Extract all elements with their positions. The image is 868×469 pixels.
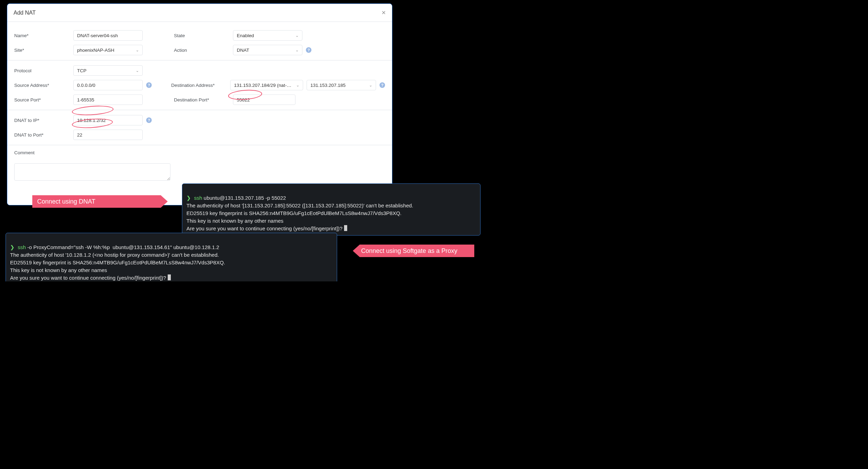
prompt-icon: ❯ xyxy=(10,244,15,250)
banner-dnat-label: Connect using DNAT xyxy=(37,198,95,205)
close-icon[interactable]: × xyxy=(382,9,386,17)
state-select[interactable]: Enabled ⌄ xyxy=(233,30,302,41)
dest-ip-value: 131.153.207.185 xyxy=(310,83,345,88)
cursor-icon xyxy=(168,274,171,280)
label-action: Action xyxy=(174,48,229,53)
term-line: This key is not known by any other names xyxy=(186,218,283,224)
term-line: Are you sure you want to continue connec… xyxy=(10,275,168,281)
banner-proxy-label: Connect using Softgate as a Proxy xyxy=(361,247,457,255)
label-dst-port: Destination Port* xyxy=(174,97,229,102)
term-line: Are you sure you want to continue connec… xyxy=(186,225,344,231)
chevron-down-icon: ⌄ xyxy=(296,83,299,88)
dest-subnet-value: 131.153.207.184/29 (nat-su… xyxy=(234,83,293,88)
label-comment: Comment xyxy=(14,150,70,155)
label-state: State xyxy=(174,33,229,38)
state-value: Enabled xyxy=(237,33,254,38)
chevron-down-icon: ⌄ xyxy=(369,83,372,88)
term-line: This key is not known by any other names xyxy=(10,267,107,273)
terminal-proxy: ❯ ssh -o ProxyCommand="ssh -W %h:%p ubun… xyxy=(6,233,337,281)
protocol-select[interactable]: TCP ⌄ xyxy=(73,65,143,76)
dialog-title: Add NAT xyxy=(14,10,36,16)
banner-dnat: Connect using DNAT xyxy=(32,195,168,208)
term-cmd: ssh xyxy=(194,195,202,201)
label-dnat-port: DNAT to Port* xyxy=(14,132,70,138)
label-protocol: Protocol xyxy=(14,68,70,73)
term-args: -o ProxyCommand="ssh -W %h:%p ubuntu@131… xyxy=(26,244,219,250)
chevron-down-icon: ⌄ xyxy=(136,68,139,73)
term-line: The authenticity of host '[131.153.207.1… xyxy=(186,203,413,208)
help-icon[interactable]: ? xyxy=(146,117,152,123)
name-input[interactable] xyxy=(73,30,143,41)
label-name: Name* xyxy=(14,33,70,38)
prompt-icon: ❯ xyxy=(186,195,191,201)
protocol-value: TCP xyxy=(77,68,86,73)
label-site: Site* xyxy=(14,48,70,53)
chevron-down-icon: ⌄ xyxy=(136,48,139,52)
banner-proxy: Connect using Softgate as a Proxy xyxy=(353,245,474,257)
chevron-down-icon: ⌄ xyxy=(295,33,299,38)
dest-address-ip-select[interactable]: 131.153.207.185 ⌄ xyxy=(307,80,376,90)
source-port-input[interactable] xyxy=(73,94,143,105)
destination-port-input[interactable] xyxy=(233,94,295,105)
term-line: ED25519 key fingerprint is SHA256:n4MTB9… xyxy=(186,210,401,216)
help-icon[interactable]: ? xyxy=(306,47,311,53)
help-icon[interactable]: ? xyxy=(146,82,152,88)
label-src-addr: Source Address* xyxy=(14,83,70,88)
dnat-to-ip-input[interactable] xyxy=(73,115,143,125)
label-dst-addr: Destination Address* xyxy=(171,83,227,88)
terminal-dnat: ❯ ssh ubuntu@131.153.207.185 -p 55022 Th… xyxy=(182,183,481,236)
chevron-down-icon: ⌄ xyxy=(295,48,299,52)
term-args: ubuntu@131.153.207.185 -p 55022 xyxy=(202,195,286,201)
source-address-input[interactable] xyxy=(73,80,143,90)
site-select[interactable]: phoenixNAP-ASH ⌄ xyxy=(73,45,143,55)
add-nat-dialog: Add NAT × Name* State Enabled ⌄ xyxy=(7,3,392,205)
action-select[interactable]: DNAT ⌄ xyxy=(233,45,302,55)
label-src-port: Source Port* xyxy=(14,97,70,102)
comment-textarea[interactable] xyxy=(14,163,170,181)
term-cmd: ssh xyxy=(18,244,26,250)
action-value: DNAT xyxy=(237,48,249,53)
dest-address-subnet-select[interactable]: 131.153.207.184/29 (nat-su… ⌄ xyxy=(230,80,303,90)
cursor-icon xyxy=(344,225,347,231)
term-line: The authenticity of host '10.128.1.2 (<n… xyxy=(10,252,219,258)
label-dnat-ip: DNAT to IP* xyxy=(14,118,70,123)
term-line: ED25519 key fingerprint is SHA256:n4MTB9… xyxy=(10,260,225,265)
help-icon[interactable]: ? xyxy=(379,82,385,88)
dnat-to-port-input[interactable] xyxy=(73,130,143,140)
site-value: phoenixNAP-ASH xyxy=(77,48,114,53)
